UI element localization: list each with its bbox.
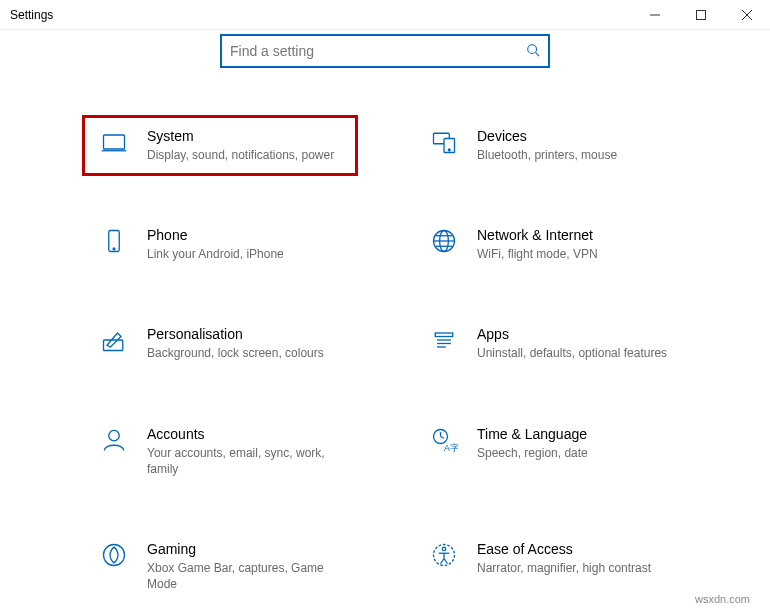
svg-text:A字: A字 (444, 442, 458, 452)
system-icon (99, 128, 129, 158)
tile-time-language[interactable]: A字 Time & Language Speech, region, date (415, 416, 685, 487)
svg-line-5 (536, 52, 540, 56)
tile-gaming[interactable]: Gaming Xbox Game Bar, captures, Game Mod… (85, 531, 355, 602)
tile-title: Phone (147, 227, 341, 243)
svg-point-23 (109, 430, 120, 441)
tile-desc: Speech, region, date (477, 445, 671, 461)
tile-desc: Link your Android, iPhone (147, 246, 341, 262)
tile-desc: Uninstall, defaults, optional features (477, 345, 671, 361)
person-icon (99, 426, 129, 456)
tile-desc: Bluetooth, printers, mouse (477, 147, 671, 163)
tile-desc: WiFi, flight mode, VPN (477, 246, 671, 262)
minimize-button[interactable] (632, 0, 678, 29)
tile-phone[interactable]: Phone Link your Android, iPhone (85, 217, 355, 272)
phone-icon (99, 227, 129, 257)
tile-title: Apps (477, 326, 671, 342)
svg-point-10 (448, 149, 450, 151)
tile-title: Personalisation (147, 326, 341, 342)
window-title: Settings (10, 8, 53, 22)
tile-personalisation[interactable]: Personalisation Background, lock screen,… (85, 316, 355, 371)
maximize-button[interactable] (678, 0, 724, 29)
gaming-icon (99, 541, 129, 571)
svg-rect-19 (435, 333, 453, 337)
devices-icon (429, 128, 459, 158)
svg-point-12 (113, 248, 115, 250)
search-icon (526, 43, 540, 60)
search-row (0, 34, 770, 68)
globe-icon (429, 227, 459, 257)
time-language-icon: A字 (429, 426, 459, 456)
tile-title: Accounts (147, 426, 341, 442)
search-input[interactable] (230, 43, 526, 59)
tile-desc: Display, sound, notifications, power (147, 147, 341, 163)
svg-rect-6 (104, 135, 125, 149)
tile-title: Network & Internet (477, 227, 671, 243)
svg-point-30 (442, 547, 446, 551)
ease-of-access-icon (429, 541, 459, 571)
svg-line-26 (441, 436, 445, 438)
paintbrush-icon (99, 326, 129, 356)
tile-ease-of-access[interactable]: Ease of Access Narrator, magnifier, high… (415, 531, 685, 602)
tile-accounts[interactable]: Accounts Your accounts, email, sync, wor… (85, 416, 355, 487)
tile-title: Ease of Access (477, 541, 671, 557)
tile-network[interactable]: Network & Internet WiFi, flight mode, VP… (415, 217, 685, 272)
tile-desc: Your accounts, email, sync, work, family (147, 445, 341, 477)
tile-title: Time & Language (477, 426, 671, 442)
tile-desc: Background, lock screen, colours (147, 345, 341, 361)
tile-devices[interactable]: Devices Bluetooth, printers, mouse (415, 118, 685, 173)
tile-desc: Xbox Game Bar, captures, Game Mode (147, 560, 341, 592)
tile-apps[interactable]: Apps Uninstall, defaults, optional featu… (415, 316, 685, 371)
svg-point-4 (528, 44, 537, 53)
tile-desc: Narrator, magnifier, high contrast (477, 560, 671, 576)
svg-line-33 (441, 558, 445, 563)
watermark: wsxdn.com (695, 593, 750, 605)
svg-rect-1 (697, 10, 706, 19)
settings-grid: System Display, sound, notifications, po… (0, 118, 770, 602)
apps-icon (429, 326, 459, 356)
tile-title: Gaming (147, 541, 341, 557)
tile-system[interactable]: System Display, sound, notifications, po… (82, 115, 358, 176)
close-button[interactable] (724, 0, 770, 29)
titlebar: Settings (0, 0, 770, 30)
window-controls (632, 0, 770, 29)
search-box[interactable] (220, 34, 550, 68)
tile-title: Devices (477, 128, 671, 144)
svg-line-34 (444, 558, 448, 563)
tile-title: System (147, 128, 341, 144)
